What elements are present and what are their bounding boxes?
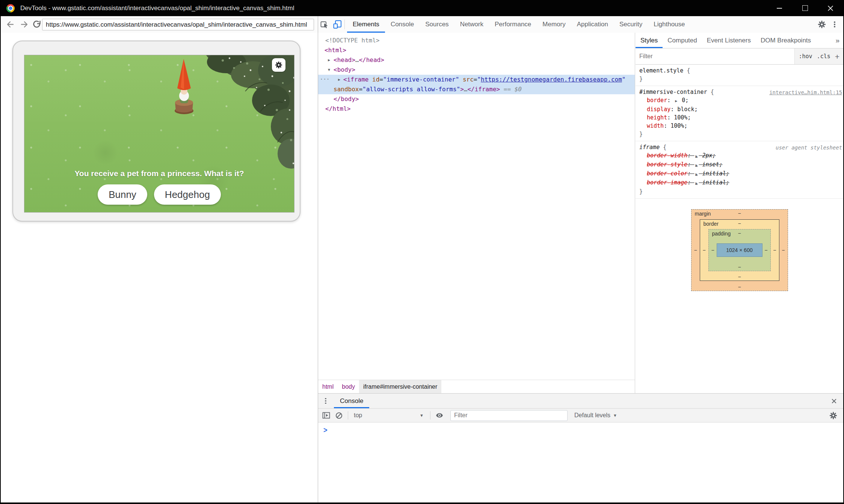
- create-live-expression-button[interactable]: [433, 410, 446, 421]
- dom-tree-node[interactable]: ···▶<iframe id="immersive-container" src…: [318, 75, 635, 85]
- box-model-value[interactable]: −: [738, 230, 741, 236]
- canvas-settings-button[interactable]: [272, 58, 285, 72]
- dom-tree-node[interactable]: ▶<head>…</head>: [318, 55, 635, 65]
- maximize-button[interactable]: [792, 0, 818, 16]
- expand-toggle-icon[interactable]: ▼: [328, 65, 330, 75]
- clear-console-button[interactable]: [332, 410, 345, 421]
- styles-filter-input[interactable]: [636, 53, 794, 60]
- drawer-menu-button[interactable]: [318, 394, 333, 408]
- reload-icon[interactable]: [32, 20, 41, 29]
- close-drawer-button[interactable]: [828, 394, 839, 408]
- console-filter-box[interactable]: [450, 410, 568, 421]
- tab-security[interactable]: Security: [614, 16, 648, 33]
- tab-elements[interactable]: Elements: [347, 16, 385, 33]
- close-button[interactable]: [818, 0, 843, 16]
- dom-tree-node[interactable]: sandbox="allow-scripts allow-forms">…</i…: [318, 85, 635, 94]
- rule-selector[interactable]: iframe: [639, 144, 660, 151]
- expand-toggle-icon[interactable]: ▶: [694, 181, 699, 185]
- url-bar[interactable]: [42, 19, 314, 30]
- inspect-element-button[interactable]: [318, 18, 331, 31]
- tab-performance[interactable]: Performance: [489, 16, 537, 33]
- bunny-button[interactable]: Bunny: [98, 184, 147, 205]
- tab-memory[interactable]: Memory: [537, 16, 571, 33]
- dom-tree-node[interactable]: <html>: [318, 45, 635, 55]
- rule-selector[interactable]: #immersive-container: [639, 89, 707, 95]
- devtools-more-options-button[interactable]: [828, 18, 841, 31]
- dom-tree-node[interactable]: ▼<body>: [318, 65, 635, 75]
- forward-icon[interactable]: [20, 20, 29, 29]
- log-levels-select[interactable]: Default levels ▼: [574, 412, 617, 419]
- box-model-value[interactable]: −: [738, 284, 741, 290]
- drawer-tab-console[interactable]: Console: [334, 394, 369, 408]
- rule-selector[interactable]: element.style: [639, 67, 683, 74]
- game-canvas[interactable]: You receive a pet from a princess. What …: [24, 55, 294, 213]
- tab-lighthouse[interactable]: Lighthouse: [648, 16, 690, 33]
- back-icon[interactable]: [5, 20, 15, 29]
- minimize-button[interactable]: [767, 0, 792, 16]
- dom-tree-node[interactable]: </html>: [318, 104, 635, 114]
- url-input[interactable]: [42, 21, 314, 29]
- dom-tree-node[interactable]: <!DOCTYPE html>: [318, 36, 635, 45]
- tab-console[interactable]: Console: [385, 16, 420, 33]
- css-property[interactable]: border-style: ▶ inset;: [639, 160, 843, 169]
- tab-application[interactable]: Application: [571, 16, 614, 33]
- rule-source-link[interactable]: interactive…him.html:15: [769, 88, 842, 97]
- breadcrumb-html[interactable]: html: [318, 380, 338, 393]
- tab-sources[interactable]: Sources: [420, 16, 454, 33]
- console-prompt-icon[interactable]: >: [323, 426, 328, 435]
- toggle-element-classes-button[interactable]: .cls: [817, 53, 830, 60]
- css-property[interactable]: border-color: ▶ initial;: [639, 169, 843, 178]
- expand-toggle-icon[interactable]: ▶: [338, 75, 340, 85]
- box-model-value[interactable]: −: [738, 274, 741, 280]
- box-model-value[interactable]: −: [764, 247, 767, 253]
- console-sidebar-toggle[interactable]: [320, 410, 332, 421]
- tab-event-listeners[interactable]: Event Listeners: [702, 33, 756, 48]
- toggle-pseudo-state-button[interactable]: :hov: [799, 53, 812, 60]
- css-rule[interactable]: element.style {}: [636, 65, 843, 86]
- box-model-border[interactable]: border padding 1024 × 600 −−−− −−−−: [700, 219, 779, 281]
- box-model-value[interactable]: −: [782, 247, 785, 253]
- box-model-margin[interactable]: margin border padding 1024 × 600 −−−− −−…: [691, 209, 788, 291]
- expand-toggle-icon[interactable]: ▶: [694, 163, 699, 167]
- expand-toggle-icon[interactable]: ▶: [328, 55, 330, 65]
- dom-tree-node[interactable]: </body>: [318, 94, 635, 104]
- device-toolbar-toggle[interactable]: [331, 18, 344, 31]
- box-model-value[interactable]: −: [738, 210, 741, 216]
- css-property[interactable]: border: ▶ 0;: [639, 96, 843, 105]
- javascript-context-select[interactable]: top ▼: [351, 412, 427, 419]
- box-model-padding[interactable]: padding 1024 × 600 −−−−: [708, 229, 771, 271]
- expand-toggle-icon[interactable]: ▶: [674, 99, 678, 103]
- breadcrumb-iframe[interactable]: iframe#immersive-container: [359, 380, 441, 393]
- tab-computed[interactable]: Computed: [663, 33, 702, 48]
- css-property[interactable]: width: 100%;: [639, 122, 843, 130]
- box-model-value[interactable]: −: [703, 247, 706, 253]
- box-model-content[interactable]: 1024 × 600: [717, 243, 762, 257]
- expand-toggle-icon[interactable]: ▶: [694, 172, 699, 176]
- new-style-rule-icon[interactable]: +: [835, 53, 839, 60]
- devtools-settings-button[interactable]: [815, 18, 828, 31]
- css-rule[interactable]: #immersive-container {interactive…him.ht…: [636, 86, 843, 141]
- box-model-value[interactable]: −: [711, 247, 714, 253]
- css-property[interactable]: border-image: ▶ initial;: [639, 178, 843, 187]
- hedgehog-button[interactable]: Hedgehog: [154, 184, 221, 205]
- breadcrumb-body[interactable]: body: [338, 380, 359, 393]
- node-menu-dots-icon[interactable]: ···: [320, 75, 329, 84]
- tab-network[interactable]: Network: [454, 16, 489, 33]
- box-model-value[interactable]: −: [773, 247, 776, 253]
- box-model-value[interactable]: −: [694, 247, 697, 253]
- console-log-area[interactable]: >: [318, 423, 843, 502]
- tab-dom-breakpoints[interactable]: DOM Breakpoints: [756, 33, 816, 48]
- box-model-value[interactable]: −: [738, 220, 741, 226]
- box-model-value[interactable]: −: [738, 264, 741, 270]
- console-settings-button[interactable]: [827, 410, 839, 421]
- css-property[interactable]: border-width: ▶ 2px;: [639, 151, 843, 160]
- css-property[interactable]: display: block;: [639, 105, 843, 113]
- more-tabs-icon[interactable]: »: [832, 36, 843, 45]
- code-token: <body>: [334, 66, 355, 73]
- tab-styles[interactable]: Styles: [636, 33, 663, 48]
- expand-toggle-icon[interactable]: ▶: [694, 154, 699, 158]
- css-rule[interactable]: iframe {user agent stylesheetborder-widt…: [636, 141, 843, 199]
- console-filter-input[interactable]: [451, 412, 567, 419]
- devtools-split-handle[interactable]: [318, 16, 318, 502]
- css-property[interactable]: height: 100%;: [639, 113, 843, 122]
